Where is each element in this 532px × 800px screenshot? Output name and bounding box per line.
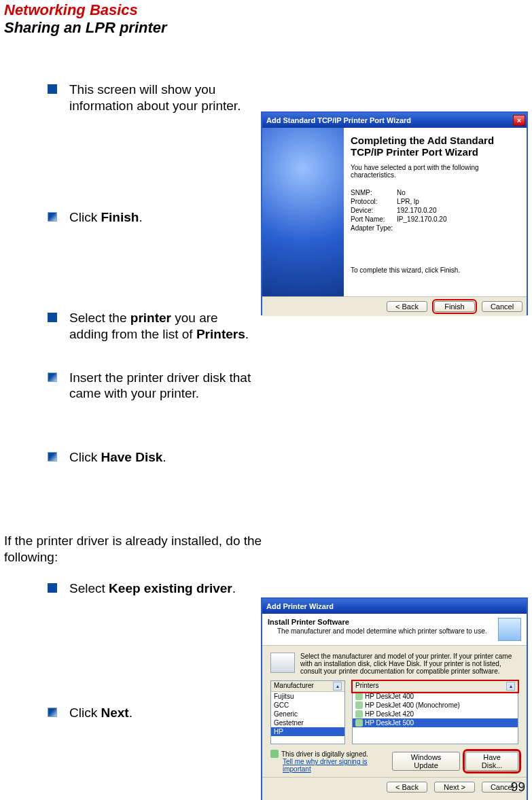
bullet-text: Click Finish. — [69, 209, 143, 226]
back-button[interactable]: < Back — [387, 782, 427, 793]
close-icon[interactable]: × — [513, 115, 525, 126]
bullet-icon — [48, 452, 57, 462]
heading-black: Sharing an LPR printer — [0, 19, 532, 37]
page-number: 99 — [511, 780, 525, 795]
dialog-title: Add Standard TCP/IP Printer Port Wizard — [266, 116, 411, 124]
paragraph-text: If the printer driver is already install… — [4, 533, 292, 566]
bullet-icon — [48, 313, 57, 322]
bullet-text: Click Next. — [69, 705, 132, 721]
bullet-text: Select the printer you are adding from t… — [69, 310, 258, 343]
wizard-subtext: You have selected a port with the follow… — [351, 164, 520, 179]
wizard-side-graphic — [262, 128, 344, 296]
port-characteristics-table: SNMP:No Protocol:LPR, lp Device:192.170.… — [351, 188, 451, 232]
next-button[interactable]: Next > — [434, 782, 475, 793]
bullet-text: Select Keep existing driver. — [69, 580, 236, 597]
bullet-icon — [48, 708, 57, 717]
wizard-heading: Completing the Add Standard TCP/IP Print… — [351, 135, 520, 158]
bullet-text: Click Have Disk. — [69, 449, 166, 466]
bullet-text: This screen will show you information ab… — [69, 82, 258, 114]
bullet-icon — [48, 372, 57, 382]
bullet-icon — [48, 212, 57, 222]
bullet-icon — [48, 84, 57, 94]
bullet-icon — [48, 583, 57, 593]
dialog-tcpip-port-wizard: Add Standard TCP/IP Printer Port Wizard … — [261, 111, 528, 315]
finish-note: To complete this wizard, click Finish. — [351, 266, 520, 274]
heading-red: Networking Basics — [0, 0, 532, 19]
bullet-text: Insert the printer driver disk that came… — [69, 370, 258, 402]
